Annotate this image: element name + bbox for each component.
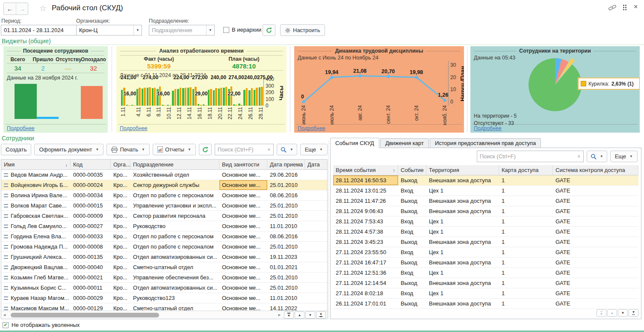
go-last-button[interactable]: ▼ — [316, 311, 326, 319]
tab-skud-events[interactable]: События СКУД — [330, 138, 379, 148]
employees-col-3[interactable]: Подразделение — [130, 160, 219, 169]
event-row[interactable]: 27.11.2024 12:14:54ВыходВнешнаая зона до… — [333, 278, 638, 288]
make-document-button[interactable]: Оформить документ▼ — [34, 144, 103, 155]
employees-col-1[interactable]: Код — [71, 160, 111, 169]
events-more-button[interactable]: Еще▼ — [610, 151, 638, 162]
hide-fired-checkbox[interactable]: ✔ — [3, 322, 9, 328]
event-row[interactable]: 28.11.2024 4:57:38ВходЦех 11GATE — [333, 227, 638, 237]
department-dropdown-icon[interactable]: ▼ — [206, 25, 214, 35]
employee-row[interactable]: Дворжецкий Вацлав...0000-00040Кро...Смет… — [1, 262, 327, 273]
discipline-more-link[interactable]: Подробнее — [298, 125, 325, 131]
scroll-right-icon[interactable]: ► — [278, 313, 281, 317]
events-col-0[interactable]: Время события↑ — [333, 165, 398, 175]
employee-row[interactable]: Гордина Елена Вла...0000-00033Кро...Отде… — [1, 231, 327, 242]
go-next-button[interactable]: ▼ — [618, 309, 628, 317]
print-button[interactable]: Печать▼ — [106, 144, 150, 155]
event-cell: 1 — [499, 278, 553, 288]
employee-cell: 0000-00029 — [71, 293, 111, 303]
events-col-2[interactable]: Территория — [426, 165, 499, 175]
employee-row[interactable]: Гольд Лев Самуило...0000-00027Кро...Руко… — [1, 221, 327, 231]
event-row[interactable]: 28.11.2024 16:50:53ВыходВнешнаая зона до… — [333, 175, 638, 186]
forward-button[interactable]: → — [16, 3, 28, 15]
event-cell: Выход — [398, 299, 426, 308]
scroll-left-icon[interactable]: ◄ — [3, 313, 6, 317]
employees-search-input[interactable] — [215, 146, 265, 153]
event-row[interactable]: 27.11.2024 12:51:36ВходЦех 11GATE — [333, 268, 638, 278]
employee-cell: Основное ме... — [219, 190, 267, 200]
event-row[interactable]: 28.11.2024 3:45:23ВыходВнешнаая зона дос… — [333, 237, 638, 247]
employees-col-6[interactable]: Дата — [305, 160, 328, 169]
event-row[interactable]: 27.11.2024 8:02:18ВходЦех 11GATE — [333, 288, 638, 299]
tab-access-rights-history[interactable]: История предоставления прав доступа — [430, 138, 541, 148]
event-row[interactable]: 27.11.2024 23:55:50ВходЦех 11GATE — [333, 247, 638, 258]
employees-more-button[interactable]: Еще▼ — [300, 144, 328, 155]
period-input[interactable] — [1, 25, 82, 36]
close-icon[interactable]: × — [634, 3, 638, 11]
department-value[interactable] — [149, 25, 206, 35]
employees-hscrollbar[interactable]: ◄ ► ▲ ▲ ▼ ▼ — [1, 311, 327, 319]
events-search[interactable]: × — [477, 151, 584, 162]
get-link-icon[interactable] — [608, 4, 617, 12]
employee-row[interactable]: Кузьминых Борис С...0000-00011Кро...Отде… — [1, 283, 327, 293]
hours-bar — [152, 88, 154, 106]
employees-col-5[interactable]: Дата приема — [267, 160, 305, 169]
events-col-3[interactable]: Карта доступа — [499, 165, 553, 175]
scrollbar-track[interactable] — [7, 312, 277, 318]
event-row[interactable]: 28.11.2024 13:01:25ВходЦех 11GATE — [333, 186, 638, 196]
favorite-star-icon[interactable]: ☆ — [39, 3, 47, 13]
employees-search[interactable]: × — [215, 144, 274, 155]
department-combo[interactable]: ▼ — [149, 25, 215, 36]
hours-bar — [241, 105, 242, 106]
employees-refresh-button[interactable] — [199, 144, 212, 155]
employees-col-2[interactable]: Орга... — [111, 160, 130, 169]
events-col-1[interactable]: Событие — [398, 165, 426, 175]
event-cell: Вход — [398, 227, 426, 237]
organization-combo[interactable]: ▼ — [76, 25, 142, 36]
events-col-4[interactable]: Система контроля доступа — [553, 165, 638, 175]
event-row[interactable]: 28.11.2024 7:53:43ВходЦех 11GATE — [333, 216, 638, 227]
employee-row[interactable]: Габровская Светлан...0000-00009Кро...Сек… — [1, 211, 327, 221]
employee-row[interactable]: Ведов Максим Андр...0000-00035Кро...Хозя… — [1, 170, 327, 180]
attendance-more-link[interactable]: Подробнее — [7, 125, 35, 131]
more-menu-icon[interactable] — [623, 5, 627, 11]
employee-row[interactable]: Волков Марат Саве...0000-00015Кро...Упра… — [1, 201, 327, 211]
event-row[interactable]: 26.11.2024 17:01:01ВыходВнешнаая зона до… — [333, 299, 638, 309]
organization-value[interactable] — [77, 25, 133, 35]
go-first-button[interactable]: ▲ — [597, 309, 606, 317]
tab-card-movements[interactable]: Движения карт — [380, 138, 429, 148]
hours-more-link[interactable]: Подробнее — [120, 125, 148, 131]
back-button[interactable]: ← — [4, 3, 16, 15]
employees-col-0[interactable]: Имя↓ — [1, 160, 71, 169]
go-prev-button[interactable]: ▲ — [607, 309, 617, 317]
employees-col-4[interactable]: Вид занятости — [219, 160, 267, 169]
go-prev-button[interactable]: ▲ — [295, 311, 304, 319]
event-row[interactable]: 28.11.2024 9:06:43ВыходВнешнаая зона дос… — [333, 206, 638, 216]
y-tick-label: 400 — [266, 76, 274, 82]
event-row[interactable]: 28.11.2024 11:47:26ВыходВнешнаая зона до… — [333, 196, 638, 206]
organization-dropdown-icon[interactable]: ▼ — [133, 25, 142, 35]
refresh-button[interactable] — [263, 24, 275, 36]
employee-row[interactable]: Войцехович Игорь Б...0000-00024Кро...Сек… — [1, 180, 327, 190]
events-search-input[interactable] — [477, 153, 575, 160]
event-row[interactable]: 27.11.2024 16:47:17ВыходВнешнаая зона до… — [333, 258, 638, 268]
go-last-button[interactable]: ▼ — [629, 309, 638, 317]
employee-row[interactable]: Кураев Назар Магом...0000-00029Кро...Рук… — [1, 293, 327, 303]
scrollbar-thumb[interactable] — [11, 313, 159, 317]
period-value[interactable] — [1, 25, 82, 35]
create-button[interactable]: Создать — [1, 144, 31, 155]
employee-row[interactable]: Громова Надежда П...0000-00008Кро...Отде… — [1, 242, 327, 252]
go-next-button[interactable]: ▼ — [305, 311, 315, 319]
clear-search-icon[interactable]: × — [265, 147, 273, 153]
employee-row[interactable]: Грушницкий Алекса...0000-00135Кро...Отде… — [1, 252, 327, 262]
employees-search-options-button[interactable]: ▼ — [277, 144, 297, 155]
clear-search-icon[interactable]: × — [575, 154, 583, 160]
employee-row[interactable]: Максимов Максим М...0000-00129Кро...Смет… — [1, 303, 327, 311]
employee-row[interactable]: Волина Ирина Вале...0000-00034Кро...Отде… — [1, 190, 327, 201]
employee-row[interactable]: Козьмин Глеб Матве...0000-00021Кро...Упр… — [1, 273, 327, 283]
hierarchy-checkbox[interactable] — [223, 27, 229, 33]
territory-more-link[interactable]: Подробнее — [474, 125, 502, 131]
events-search-options-button[interactable]: ▼ — [587, 151, 607, 162]
go-first-button[interactable]: ▲ — [284, 311, 294, 319]
configure-button[interactable]: Настроить — [280, 24, 325, 36]
reports-button[interactable]: Отчеты▼ — [153, 144, 196, 155]
